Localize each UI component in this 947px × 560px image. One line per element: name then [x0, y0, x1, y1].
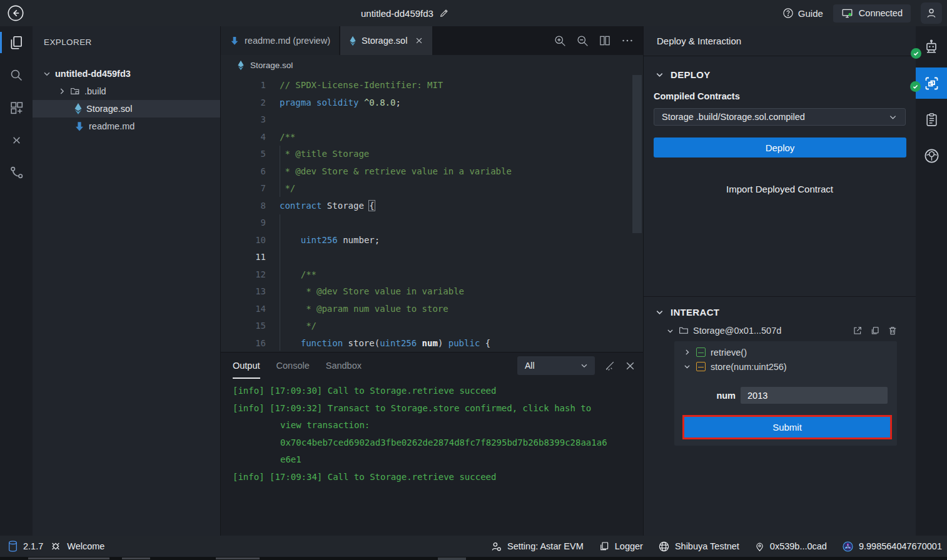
avatar[interactable]	[921, 2, 942, 24]
open-external-icon[interactable]	[853, 326, 863, 336]
delete-contract-icon[interactable]	[888, 326, 898, 336]
deploy-button[interactable]: Deploy	[654, 138, 906, 158]
markdown-icon	[74, 121, 85, 132]
indent-guide	[280, 146, 280, 197]
tree-item-storage-sol[interactable]: Storage.sol	[33, 100, 220, 118]
folder-icon	[679, 326, 689, 335]
deployed-contract-row[interactable]: Storage@0x01...507d	[644, 322, 916, 339]
deploy-section-header[interactable]: DEPLOY	[644, 65, 916, 84]
markdown-icon	[230, 36, 240, 46]
editor-area: readme.md (preview) Storage.sol	[221, 26, 643, 536]
panel-title: Deploy & Interaction	[644, 26, 916, 56]
code-line: 2pragma solidity ^0.8.0;	[221, 94, 643, 112]
wallet-address-item[interactable]: 0x539b...0cad	[754, 541, 827, 552]
editor-scrollbar[interactable]	[632, 75, 642, 233]
zoom-in-icon[interactable]	[554, 34, 567, 48]
tab-output[interactable]: Output	[233, 352, 260, 379]
line-number: 7	[221, 180, 266, 198]
balance-item[interactable]: 9.998564047670001	[842, 541, 942, 552]
activity-source-control[interactable]	[0, 156, 33, 189]
more-actions-icon[interactable]	[620, 34, 634, 48]
collapse-arrows-icon	[9, 133, 24, 148]
back-button[interactable]	[6, 3, 26, 23]
zoom-out-icon[interactable]	[576, 34, 589, 48]
logger-item[interactable]: Logger	[599, 541, 643, 552]
tree-item-build[interactable]: .build	[33, 82, 220, 100]
import-deployed-contract-button[interactable]: Import Deployed Contract	[644, 184, 916, 194]
log-line: [info] [17:09:34] Call to Storage.retrie…	[233, 469, 643, 486]
code-line: 6 * @dev Store & retrieve value in a var…	[221, 163, 643, 181]
chevron-down-icon	[655, 308, 664, 317]
line-number: 14	[221, 301, 266, 318]
parameter-row: num	[674, 387, 897, 404]
connected-button[interactable]: Connected	[833, 4, 911, 22]
code-line: 13 * @dev Store value in variable	[221, 283, 643, 301]
function-retrieve[interactable]: retrieve()	[674, 341, 897, 358]
plugins-grid-icon	[9, 100, 24, 116]
chevron-down-icon	[580, 361, 589, 370]
line-number: 16	[221, 335, 266, 352]
close-tab-icon[interactable]	[415, 36, 423, 45]
tree-item-readme-md[interactable]: readme.md	[33, 118, 220, 135]
chevron-right-icon	[58, 87, 66, 96]
check-badge	[910, 81, 921, 92]
close-panel-icon[interactable]	[625, 361, 636, 371]
tab-storage-sol[interactable]: Storage.sol	[340, 26, 432, 55]
version-item[interactable]: 2.1.7	[8, 540, 43, 552]
function-store[interactable]: store(num:uint256)	[674, 358, 897, 375]
output-tab-bar: Output Console Sandbox All	[221, 352, 643, 379]
code-line: 11	[221, 249, 643, 266]
code-editor[interactable]: 1// SPDX-License-Identifier: MIT2pragma …	[221, 75, 643, 352]
project-title-group: untitled-dd459fd3	[361, 0, 449, 26]
submit-button[interactable]: Submit	[684, 417, 890, 438]
tab-sandbox[interactable]: Sandbox	[326, 352, 362, 379]
guide-button[interactable]: Guide	[782, 8, 823, 19]
code-line: 16 function store(uint256 num) public {	[221, 335, 643, 352]
welcome-item[interactable]: Welcome	[49, 540, 104, 552]
tab-console[interactable]: Console	[276, 352, 310, 379]
log-transaction-hash[interactable]: e6e1	[233, 451, 643, 469]
line-number: 1	[221, 77, 266, 94]
person-icon	[925, 7, 938, 19]
network-item[interactable]: Shibuya Testnet	[658, 541, 739, 552]
log-line: [info] [17:09:32] Transact to Storage.st…	[233, 400, 643, 418]
deploy-interaction-tool[interactable]	[916, 68, 947, 99]
code-line: 5 * @title Storage	[221, 146, 643, 163]
view-function-icon	[696, 348, 706, 357]
code-line: 9	[221, 214, 643, 232]
activity-files[interactable]	[0, 26, 33, 59]
log-transaction-hash[interactable]: 0x70c4beb7ced6902ad3fbe0262de2874d8fc7f8…	[233, 434, 643, 452]
log-line: [info] [17:09:30] Call to Storage.retrie…	[233, 382, 643, 400]
log-line: view transaction:	[233, 417, 643, 434]
code-line: 8contract Storage {	[221, 198, 643, 215]
compiled-contracts-select[interactable]: Storage .build/Storage.sol.compiled	[654, 108, 906, 126]
clipboard-tool[interactable]	[916, 104, 947, 135]
chevron-down-icon	[43, 69, 51, 78]
interact-section-header[interactable]: INTERACT	[644, 302, 916, 321]
chevron-right-icon	[683, 348, 691, 356]
file-tree: untitled-dd459fd3 .build Storage.sol rea…	[33, 58, 220, 135]
tree-root[interactable]: untitled-dd459fd3	[33, 65, 220, 82]
deploy-interaction-panel: Deploy & Interaction DEPLOY Compiled Con…	[643, 26, 916, 536]
ethereum-icon	[237, 60, 245, 71]
line-number: 9	[221, 214, 266, 232]
write-function-icon	[696, 362, 706, 371]
activity-search[interactable]	[0, 59, 33, 91]
ai-assistant-tool[interactable]	[916, 31, 947, 62]
openai-tool[interactable]	[916, 140, 947, 171]
code-line: 3	[221, 111, 643, 129]
tab-readme-md[interactable]: readme.md (preview)	[221, 26, 339, 55]
log-filter-select[interactable]: All	[517, 356, 595, 375]
edit-pencil-icon[interactable]	[439, 8, 449, 18]
copy-contract-icon[interactable]	[870, 326, 880, 336]
split-editor-icon[interactable]	[599, 34, 611, 47]
activity-plugins[interactable]	[0, 91, 33, 124]
editor-toolbar	[554, 26, 643, 55]
num-input[interactable]	[741, 387, 888, 404]
ethereum-icon	[74, 102, 83, 115]
param-label: num	[674, 391, 736, 401]
clear-output-icon[interactable]	[604, 359, 616, 372]
activity-collapse[interactable]	[0, 124, 33, 156]
setting-item[interactable]: Setting: Astar EVM	[490, 541, 584, 552]
astar-token-icon	[842, 541, 854, 552]
